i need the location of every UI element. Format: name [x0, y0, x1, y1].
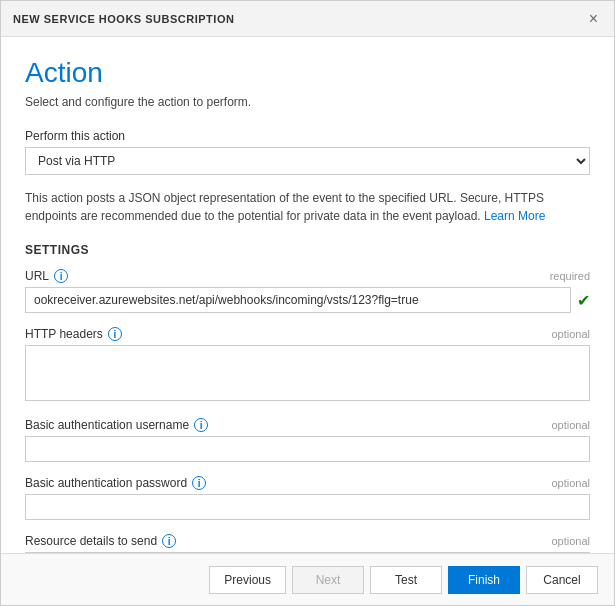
basic-auth-username-group: Basic authentication username i optional	[25, 418, 590, 462]
service-hooks-dialog: NEW SERVICE HOOKS SUBSCRIPTION × Action …	[0, 0, 615, 606]
url-label-left: URL i	[25, 269, 68, 283]
resource-details-label-left: Resource details to send i	[25, 534, 176, 548]
dialog-body: Action Select and configure the action t…	[1, 37, 614, 553]
page-subtitle: Select and configure the action to perfo…	[25, 95, 590, 109]
url-field-group: URL i required ✔	[25, 269, 590, 313]
basic-auth-username-label-left: Basic authentication username i	[25, 418, 208, 432]
url-label-row: URL i required	[25, 269, 590, 283]
url-input[interactable]	[25, 287, 571, 313]
finish-button[interactable]: Finish	[448, 566, 520, 594]
basic-auth-username-optional-label: optional	[551, 419, 590, 431]
http-headers-label-row: HTTP headers i optional	[25, 327, 590, 341]
resource-details-label: Resource details to send	[25, 534, 157, 548]
resource-details-optional-label: optional	[551, 535, 590, 547]
perform-action-label: Perform this action	[25, 129, 590, 143]
basic-auth-password-label: Basic authentication password	[25, 476, 187, 490]
resource-details-label-row: Resource details to send i optional	[25, 534, 590, 548]
http-headers-label: HTTP headers	[25, 327, 103, 341]
settings-header: SETTINGS	[25, 243, 590, 257]
basic-auth-password-group: Basic authentication password i optional	[25, 476, 590, 520]
http-headers-textarea[interactable]	[25, 345, 590, 401]
page-title: Action	[25, 57, 590, 89]
cancel-button[interactable]: Cancel	[526, 566, 598, 594]
basic-auth-username-input[interactable]	[25, 436, 590, 462]
http-headers-info-icon[interactable]: i	[108, 327, 122, 341]
basic-auth-username-label-row: Basic authentication username i optional	[25, 418, 590, 432]
resource-details-info-icon[interactable]: i	[162, 534, 176, 548]
url-label: URL	[25, 269, 49, 283]
basic-auth-password-input[interactable]	[25, 494, 590, 520]
perform-action-group: Perform this action Post via HTTP	[25, 129, 590, 175]
dialog-title: NEW SERVICE HOOKS SUBSCRIPTION	[13, 13, 234, 25]
basic-auth-password-info-icon[interactable]: i	[192, 476, 206, 490]
http-headers-optional-label: optional	[551, 328, 590, 340]
close-button[interactable]: ×	[585, 11, 602, 27]
basic-auth-username-label: Basic authentication username	[25, 418, 189, 432]
basic-auth-password-label-left: Basic authentication password i	[25, 476, 206, 490]
http-headers-label-left: HTTP headers i	[25, 327, 122, 341]
dialog-footer: Previous Next Test Finish Cancel	[1, 553, 614, 605]
perform-action-select[interactable]: Post via HTTP	[25, 147, 590, 175]
http-headers-field-group: HTTP headers i optional	[25, 327, 590, 404]
url-info-icon[interactable]: i	[54, 269, 68, 283]
test-button[interactable]: Test	[370, 566, 442, 594]
url-input-row: ✔	[25, 287, 590, 313]
resource-details-group: Resource details to send i optional All	[25, 534, 590, 553]
next-button: Next	[292, 566, 364, 594]
learn-more-link[interactable]: Learn More	[484, 209, 545, 223]
basic-auth-password-label-row: Basic authentication password i optional	[25, 476, 590, 490]
dialog-titlebar: NEW SERVICE HOOKS SUBSCRIPTION ×	[1, 1, 614, 37]
description-text: This action posts a JSON object represen…	[25, 191, 544, 223]
basic-auth-username-info-icon[interactable]: i	[194, 418, 208, 432]
url-required-label: required	[550, 270, 590, 282]
description-box: This action posts a JSON object represen…	[25, 189, 590, 225]
previous-button[interactable]: Previous	[209, 566, 286, 594]
url-valid-icon: ✔	[577, 291, 590, 310]
basic-auth-password-optional-label: optional	[551, 477, 590, 489]
